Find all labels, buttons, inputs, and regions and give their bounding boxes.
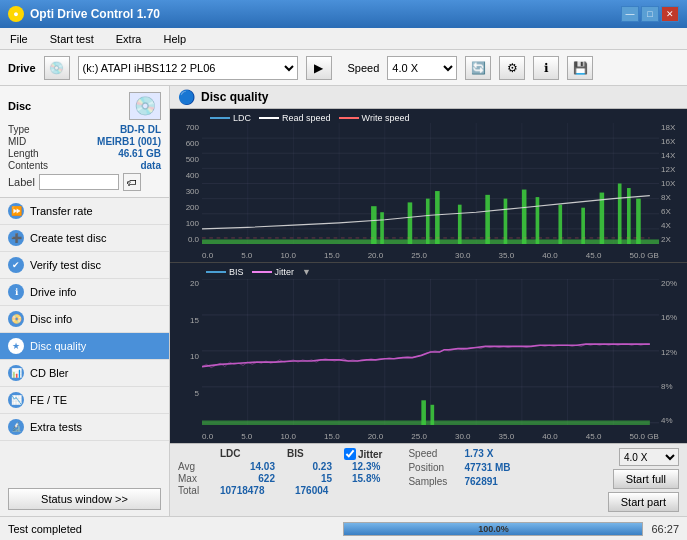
lower-chart-max-marker: ▼ xyxy=(302,267,311,277)
nav-disc-info-label: Disc info xyxy=(30,313,72,325)
drive-info-icon: ℹ xyxy=(8,284,24,300)
legend-read-speed-color xyxy=(259,117,279,119)
drive-scan-button[interactable]: ▶ xyxy=(306,56,332,80)
menu-bar: File Start test Extra Help xyxy=(0,28,687,50)
disc-contents-row: Contents data xyxy=(8,160,161,171)
menu-extra[interactable]: Extra xyxy=(110,31,148,47)
stats-avg-label: Avg xyxy=(178,461,208,472)
maximize-button[interactable]: □ xyxy=(641,6,659,22)
disc-contents-label: Contents xyxy=(8,160,48,171)
upper-chart-legend: LDC Read speed Write speed xyxy=(210,113,409,123)
extra-tests-icon: 🔬 xyxy=(8,419,24,435)
stats-controls: 4.0 X Start full Start part xyxy=(608,448,679,512)
disc-panel-title: Disc xyxy=(8,100,31,112)
speed-select[interactable]: 4.0 X xyxy=(387,56,457,80)
legend-jitter: Jitter xyxy=(252,267,295,277)
nav-verify-test-disc[interactable]: ✔ Verify test disc xyxy=(0,252,169,279)
svg-rect-31 xyxy=(627,188,631,244)
title-bar: ● Opti Drive Control 1.70 — □ ✕ xyxy=(0,0,687,28)
nav-items: ⏩ Transfer rate ➕ Create test disc ✔ Ver… xyxy=(0,198,169,482)
svg-rect-26 xyxy=(536,197,540,244)
stats-ldc-header: LDC xyxy=(220,448,275,460)
legend-jitter-color xyxy=(252,271,272,273)
transfer-rate-icon: ⏩ xyxy=(8,203,24,219)
legend-ldc-color xyxy=(210,117,230,119)
disc-type-row: Type BD-R DL xyxy=(8,124,161,135)
disc-mid-value: MEIRB1 (001) xyxy=(97,136,161,147)
disc-type-label: Type xyxy=(8,124,30,135)
nav-extra-tests[interactable]: 🔬 Extra tests xyxy=(0,414,169,441)
drive-select[interactable]: (k:) ATAPI iHBS112 2 PL06 xyxy=(78,56,298,80)
svg-rect-16 xyxy=(202,239,659,244)
stats-max-label: Max xyxy=(178,473,208,484)
verify-test-disc-icon: ✔ xyxy=(8,257,24,273)
refresh-button[interactable]: 🔄 xyxy=(465,56,491,80)
stats-max-ldc: 622 xyxy=(220,473,275,484)
nav-fe-te-label: FE / TE xyxy=(30,394,67,406)
nav-transfer-rate[interactable]: ⏩ Transfer rate xyxy=(0,198,169,225)
disc-quality-header-icon: 🔵 xyxy=(178,89,195,105)
stats-position-row: Position 47731 MB xyxy=(408,462,591,473)
nav-disc-info[interactable]: 📀 Disc info xyxy=(0,306,169,333)
lower-chart: BIS Jitter ▼ 20 15 10 5 xyxy=(170,263,687,443)
app-title: Opti Drive Control 1.70 xyxy=(30,7,160,21)
disc-contents-value: data xyxy=(140,160,161,171)
content-area: 🔵 Disc quality LDC Read speed xyxy=(170,86,687,516)
svg-rect-28 xyxy=(581,208,585,244)
nav-disc-quality-label: Disc quality xyxy=(30,340,86,352)
disc-quality-header: 🔵 Disc quality xyxy=(170,86,687,109)
stats-header-row: LDC BIS Jitter xyxy=(178,448,382,460)
status-window-button[interactable]: Status window >> xyxy=(8,488,161,510)
legend-read-speed: Read speed xyxy=(259,113,331,123)
nav-cd-bler[interactable]: 📊 CD Bler xyxy=(0,360,169,387)
nav-create-test-disc-label: Create test disc xyxy=(30,232,106,244)
drive-label: Drive xyxy=(8,62,36,74)
drive-eject-button[interactable]: 💿 xyxy=(44,56,70,80)
fe-te-icon: 📉 xyxy=(8,392,24,408)
stats-avg-row: Avg 14.03 0.23 12.3% xyxy=(178,461,382,472)
settings-button[interactable]: ⚙ xyxy=(499,56,525,80)
stats-samples-label: Samples xyxy=(408,476,458,487)
upper-y-labels-right: 18X 16X 14X 12X 10X 8X 6X 4X 2X xyxy=(659,123,687,244)
nav-fe-te[interactable]: 📉 FE / TE xyxy=(0,387,169,414)
nav-transfer-rate-label: Transfer rate xyxy=(30,205,93,217)
stats-total-row: Total 10718478 176004 xyxy=(178,485,382,496)
start-part-button[interactable]: Start part xyxy=(608,492,679,512)
stats-jitter-header: Jitter xyxy=(344,448,382,460)
menu-start-test[interactable]: Start test xyxy=(44,31,100,47)
stats-avg-bis: 0.23 xyxy=(287,461,332,472)
menu-file[interactable]: File xyxy=(4,31,34,47)
jitter-checkbox[interactable] xyxy=(344,448,356,460)
disc-label-input[interactable] xyxy=(39,174,119,190)
status-text: Test completed xyxy=(8,523,335,535)
save-button[interactable]: 💾 xyxy=(567,56,593,80)
minimize-button[interactable]: — xyxy=(621,6,639,22)
status-time: 66:27 xyxy=(651,523,679,535)
start-full-button[interactable]: Start full xyxy=(613,469,679,489)
stats-speed-select[interactable]: 4.0 X xyxy=(619,448,679,466)
nav-create-test-disc[interactable]: ➕ Create test disc xyxy=(0,225,169,252)
speed-label: Speed xyxy=(348,62,380,74)
disc-mid-label: MID xyxy=(8,136,26,147)
stats-position-label: Position xyxy=(408,462,458,473)
upper-y-labels-left: 700 600 500 400 300 200 100 0.0 xyxy=(170,123,202,244)
stats-speed-label: Speed xyxy=(408,448,458,459)
upper-chart-svg xyxy=(202,123,659,244)
nav-drive-info[interactable]: ℹ Drive info xyxy=(0,279,169,306)
stats-right-panel: Speed 1.73 X Position 47731 MB Samples 7… xyxy=(408,448,591,487)
nav-extra-tests-label: Extra tests xyxy=(30,421,82,433)
nav-disc-quality[interactable]: ★ Disc quality xyxy=(0,333,169,360)
disc-quality-title: Disc quality xyxy=(201,90,268,104)
close-button[interactable]: ✕ xyxy=(661,6,679,22)
stats-max-jitter: 15.8% xyxy=(344,473,380,484)
stats-max-row: Max 622 15 15.8% xyxy=(178,473,382,484)
stats-avg-ldc: 14.03 xyxy=(220,461,275,472)
disc-panel: Disc 💿 Type BD-R DL MID MEIRB1 (001) Len… xyxy=(0,86,169,198)
stats-total-ldc: 10718478 xyxy=(220,485,275,496)
info-button[interactable]: ℹ xyxy=(533,56,559,80)
menu-help[interactable]: Help xyxy=(157,31,192,47)
svg-rect-24 xyxy=(504,199,508,244)
status-bar: Test completed 100.0% 66:27 xyxy=(0,516,687,540)
disc-label-button[interactable]: 🏷 xyxy=(123,173,141,191)
svg-rect-23 xyxy=(485,195,490,244)
